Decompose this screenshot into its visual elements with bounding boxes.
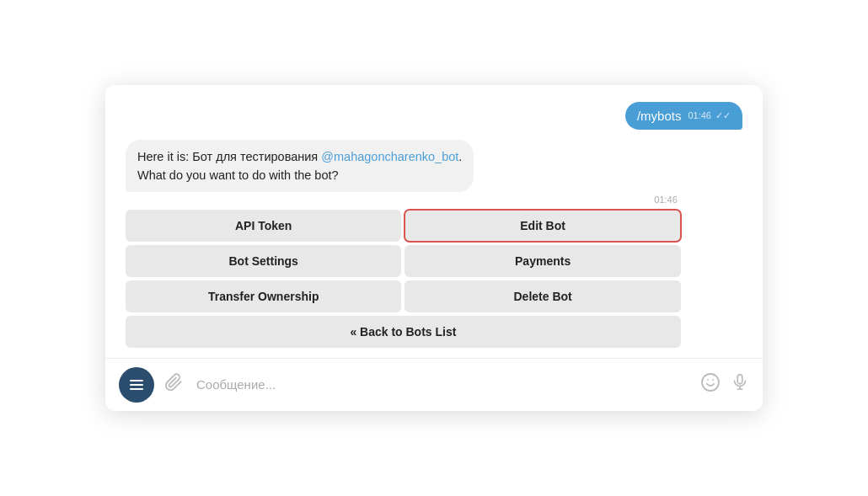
outgoing-message: /mybots 01:46 ✓✓	[126, 102, 742, 130]
outgoing-text: /mybots	[637, 109, 682, 123]
outgoing-bubble: /mybots 01:46 ✓✓	[625, 102, 742, 130]
back-to-bots-list-button[interactable]: « Back to Bots List	[126, 316, 681, 348]
bot-settings-button[interactable]: Bot Settings	[126, 245, 401, 277]
outgoing-time: 01:46 ✓✓	[688, 110, 731, 121]
chat-window: /mybots 01:46 ✓✓ Here it is: Бот для тес…	[105, 85, 763, 411]
double-check-icon: ✓✓	[715, 110, 731, 120]
keyboard-row-3: Transfer Ownership Delete Bot	[126, 280, 681, 312]
svg-rect-0	[130, 380, 143, 381]
incoming-message: Here it is: Бот для тестирования @mahago…	[126, 140, 681, 348]
chat-body: /mybots 01:46 ✓✓ Here it is: Бот для тес…	[105, 85, 763, 358]
transfer-ownership-button[interactable]: Transfer Ownership	[126, 280, 401, 312]
keyboard-row-2: Bot Settings Payments	[126, 245, 681, 277]
menu-icon	[128, 376, 145, 393]
api-token-button[interactable]: API Token	[126, 210, 401, 242]
payments-button[interactable]: Payments	[405, 245, 680, 277]
svg-rect-6	[737, 375, 742, 384]
incoming-bubble: Here it is: Бот для тестирования @mahago…	[126, 140, 474, 192]
svg-rect-2	[130, 388, 143, 390]
attach-icon[interactable]	[164, 373, 183, 397]
edit-bot-button[interactable]: Edit Bot	[405, 210, 680, 242]
svg-rect-1	[130, 384, 143, 386]
incoming-text-before: Here it is: Бот для тестирования	[137, 150, 321, 163]
inline-keyboard: API Token Edit Bot Bot Settings Payments…	[126, 210, 681, 348]
svg-point-3	[702, 374, 719, 391]
keyboard-row-1: API Token Edit Bot	[126, 210, 681, 242]
emoji-icon[interactable]	[700, 372, 721, 397]
incoming-time: 01:46	[126, 195, 681, 205]
keyboard-row-4: « Back to Bots List	[126, 316, 681, 348]
mic-icon[interactable]	[731, 373, 749, 397]
message-input-placeholder[interactable]: Сообщение...	[193, 377, 690, 392]
chat-input-bar: Сообщение...	[105, 358, 763, 411]
delete-bot-button[interactable]: Delete Bot	[405, 280, 680, 312]
menu-button[interactable]	[119, 367, 154, 403]
bot-link[interactable]: @mahagoncharenko_bot	[321, 150, 458, 163]
